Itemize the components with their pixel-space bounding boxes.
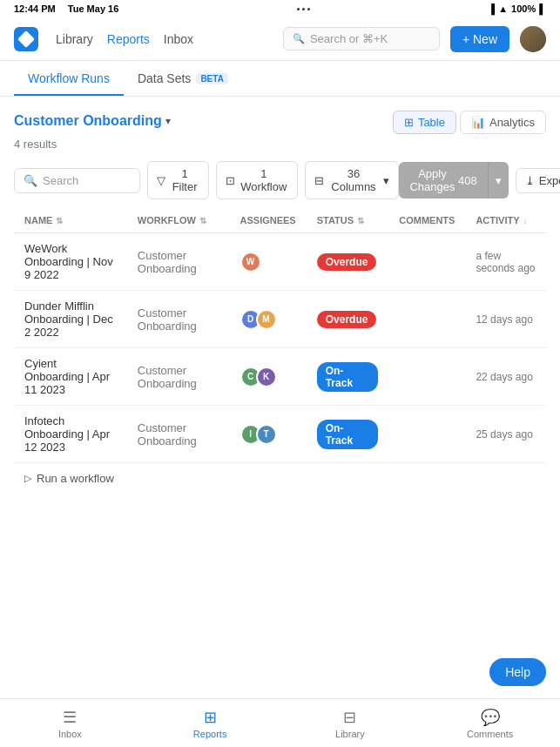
analytics-view-button[interactable]: 📊 Analytics [460,111,546,134]
sort-icon-workflow: ⇅ [199,216,206,225]
tab-data-sets[interactable]: Data Sets BETA [124,61,242,96]
status-bar: 12:44 PM Tue May 16 ▐ ▲ 100% ▌ [0,0,560,17]
columns-icon: ⊟ [314,174,324,187]
assignee-avatar: W [240,252,261,273]
cell-name: Dunder Mifflin Onboarding | Dec 2 2022 [14,291,127,348]
assignee-avatar: K [256,367,277,387]
page-content: Customer Onboarding ▾ ⊞ Table 📊 Analytic… [0,97,560,508]
cell-workflow: Customer Onboarding [127,348,230,406]
new-button-label: + New [462,32,497,46]
apply-changes-button[interactable]: Apply Changes 408 [399,162,487,199]
signal-icon: ▐ [488,3,495,14]
cell-status: On-Track [307,406,389,463]
chevron-down-icon: ▾ [383,174,389,187]
cell-assignees: DM [230,291,307,348]
cell-comments [388,233,465,291]
controls-right: Apply Changes 408 ▾ ⤓ Export [399,162,560,199]
cell-workflow: Customer Onboarding [127,406,230,463]
bottom-nav: ☰ Inbox ⊞ Reports ⊟ Library 💬 Comments [0,698,560,747]
page-title[interactable]: Customer Onboarding [14,113,162,129]
cell-status: Overdue [307,233,389,291]
reports-icon: ⊞ [204,708,217,727]
workflow-filter-button[interactable]: ⊡ 1 Workflow [216,161,297,199]
col-header-name[interactable]: NAME ⇅ [14,208,127,233]
run-workflow-row[interactable]: ▷ Run a workflow [14,463,546,494]
play-icon: ▷ [24,473,31,484]
cell-comments [388,348,465,406]
bottom-nav-comments-label: Comments [467,729,513,739]
search-placeholder: Search or ⌘+K [310,32,388,45]
bottom-nav-library-label: Library [335,729,365,739]
analytics-view-label: Analytics [489,116,535,129]
cell-assignees: CK [230,348,307,406]
table-row[interactable]: Cyient Onboarding | Apr 11 2023Customer … [14,348,546,406]
bottom-nav-inbox-label: Inbox [58,729,82,739]
col-header-activity[interactable]: ACTIVITY ↓ [465,208,546,233]
beta-badge: BETA [196,73,227,84]
table-row[interactable]: Infotech Onboarding | Apr 12 2023Custome… [14,406,546,463]
cell-workflow: Customer Onboarding [127,291,230,348]
new-button[interactable]: + New [450,26,509,52]
filter-button[interactable]: ▽ 1 Filter [147,161,209,199]
cell-comments [388,291,465,348]
nav-link-inbox[interactable]: Inbox [164,32,193,46]
apply-changes-dropdown[interactable]: ▾ [488,162,509,199]
sort-icon-activity: ↓ [523,216,528,225]
apply-changes-label: Apply Changes [409,167,455,193]
app-logo[interactable] [14,27,38,51]
cell-assignees: IT [230,406,307,463]
bottom-nav-library[interactable]: ⊟ Library [280,703,421,744]
export-button[interactable]: ⤓ Export [516,168,560,193]
cell-assignees: W [230,233,307,291]
cell-name: Infotech Onboarding | Apr 12 2023 [14,406,127,463]
table-header-row: NAME ⇅ WORKFLOW ⇅ ASSIGNEES STATUS [14,208,546,233]
search-input-placeholder: Search [43,174,78,187]
nav-link-library[interactable]: Library [56,32,93,46]
inbox-icon: ☰ [63,708,77,727]
result-count: 4 results [14,138,546,151]
controls-left: 🔍 Search ▽ 1 Filter ⊡ 1 Workflow ⊟ 36 Co… [14,161,399,199]
search-icon: 🔍 [293,33,305,44]
col-header-status[interactable]: STATUS ⇅ [307,208,389,233]
workflow-filter-label: 1 Workflow [240,167,287,193]
cell-status: On-Track [307,348,389,406]
table-row[interactable]: WeWork Onboarding | Nov 9 2022Customer O… [14,233,546,291]
columns-button[interactable]: ⊟ 36 Columns ▾ [305,161,400,199]
battery-icon: ▌ [539,3,546,14]
title-row: Customer Onboarding ▾ [14,113,171,129]
cell-comments [388,406,465,463]
analytics-icon: 📊 [471,116,485,129]
cell-name: WeWork Onboarding | Nov 9 2022 [14,233,127,291]
nav-links: Library Reports Inbox [56,32,193,46]
comments-icon: 💬 [481,708,500,727]
chevron-down-icon[interactable]: ▾ [165,115,171,127]
wifi-icon: ▲ [498,3,508,14]
bottom-nav-inbox[interactable]: ☰ Inbox [0,703,140,744]
cell-activity: a few seconds ago [465,233,546,291]
export-label: Export [539,174,560,187]
filter-icon: ▽ [157,174,165,187]
bottom-nav-reports[interactable]: ⊞ Reports [140,703,280,744]
cell-activity: 12 days ago [465,291,546,348]
table-search[interactable]: 🔍 Search [14,168,140,193]
data-table: NAME ⇅ WORKFLOW ⇅ ASSIGNEES STATUS [14,208,546,463]
status-badge: Overdue [317,253,377,271]
col-header-workflow[interactable]: WORKFLOW ⇅ [127,208,230,233]
bottom-nav-reports-label: Reports [193,729,227,739]
avatar[interactable] [520,26,546,52]
apply-changes-group: Apply Changes 408 ▾ [399,162,508,199]
assignee-avatar: M [256,309,277,330]
table-view-button[interactable]: ⊞ Table [393,111,456,134]
columns-label: 36 Columns [328,167,380,193]
bottom-nav-comments[interactable]: 💬 Comments [420,703,560,744]
col-header-assignees: ASSIGNEES [230,208,307,233]
help-button[interactable]: Help [489,658,546,686]
cell-name: Cyient Onboarding | Apr 11 2023 [14,348,127,406]
global-search[interactable]: 🔍 Search or ⌘+K [283,27,440,50]
library-icon: ⊟ [343,708,356,727]
tab-workflow-runs[interactable]: Workflow Runs [14,61,124,96]
table-row[interactable]: Dunder Mifflin Onboarding | Dec 2 2022Cu… [14,291,546,348]
battery: 100% [511,3,536,14]
nav-link-reports[interactable]: Reports [107,32,150,46]
apply-changes-count: 408 [458,174,477,187]
